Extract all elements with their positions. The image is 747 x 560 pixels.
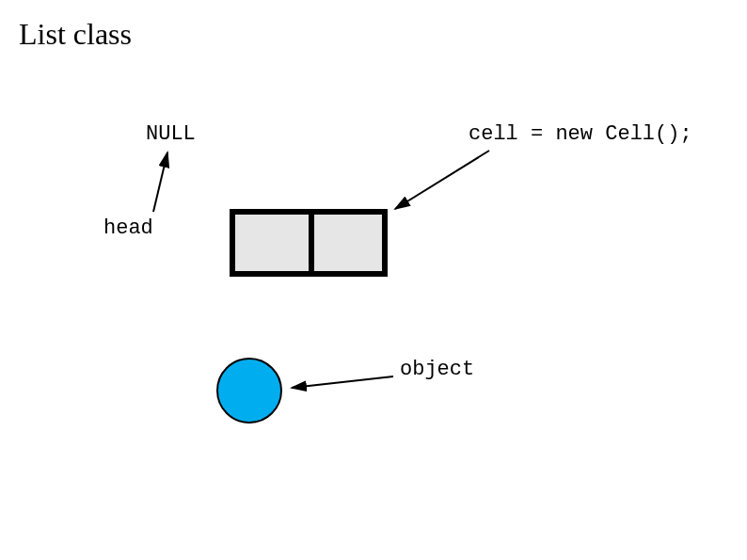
object-label: object bbox=[400, 358, 474, 381]
cell-divider bbox=[309, 215, 314, 271]
arrow-cell-to-node bbox=[395, 151, 489, 209]
arrows-layer bbox=[0, 0, 747, 560]
head-label: head bbox=[103, 216, 153, 240]
null-label: NULL bbox=[146, 122, 196, 146]
cell-assignment-label: cell = new Cell(); bbox=[469, 122, 692, 146]
diagram-canvas: List class NULL cell = new Cell(); head … bbox=[0, 0, 747, 560]
arrow-head-to-null bbox=[153, 152, 167, 212]
cell-node bbox=[230, 209, 388, 277]
arrow-object-to-circle bbox=[292, 376, 393, 388]
page-title: List class bbox=[19, 17, 132, 52]
object-circle bbox=[216, 358, 282, 424]
